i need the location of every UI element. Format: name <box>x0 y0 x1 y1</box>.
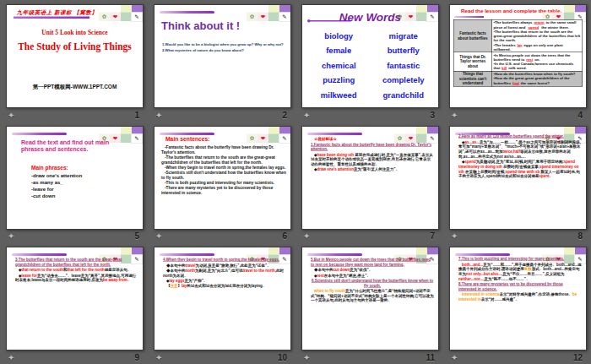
slide-cell-2: ✿❤✎ Think about it ! 1.Would you like to… <box>148 0 296 122</box>
slide-5-thumbnail[interactable]: ✿❤✎ Read the text and find out main phra… <box>6 126 144 230</box>
decor-tile <box>268 127 279 134</box>
row-content-cell: •How do the butterflies know when to fly… <box>492 71 583 86</box>
word-item: chemical <box>306 61 371 76</box>
slide-3-canvas: ✿❤✎ New Words biology migrate female but… <box>302 5 438 107</box>
slide-cell-7: ✿❤✎ ☆教材解读☆ 1.Fantastic facts about the b… <box>296 122 443 243</box>
unit-title: Unit 5 Look into Science <box>7 29 143 36</box>
slide-number: 10 <box>278 353 287 362</box>
animation-star-icon: ✦ <box>8 353 14 362</box>
notes-body: 4.When they begin to travel north in spr… <box>163 258 286 289</box>
slide-number: 5 <box>134 231 139 241</box>
lesson-title: The Study of Living Things <box>7 41 143 52</box>
decor-tile <box>121 5 132 13</box>
slide-1-header: 九年级英语上 新课标 【冀教】 <box>7 8 107 16</box>
decor-collage: ✿❤✎ <box>98 5 143 22</box>
note-paragraph: 5.But in Mexico,people cut down the tree… <box>311 258 434 268</box>
heart-icon: ❤ <box>258 13 268 22</box>
slide-8-canvas: ✿❤✎ 2.Here as many as 120 million butter… <box>450 127 586 229</box>
slide-4-thumbnail[interactable]: Read the lesson and complete the table. … <box>449 4 587 108</box>
note-paragraph: ◆rest在本句中意为“栖息,停止”。 <box>311 274 434 279</box>
animation-star-icon: ✦ <box>155 353 162 362</box>
decor-purple-bar <box>454 16 484 18</box>
decor-collage: ✿❤✎ <box>246 5 290 22</box>
note-paragraph: ◆have been doing sth 是现在完成进行时,意为“一直在做某事”… <box>311 152 434 166</box>
notes-body: 3.The butterflies that return to the sou… <box>15 258 138 283</box>
flower-icon: ✿ <box>247 133 258 143</box>
note-paragraph: ◆本句中的north为副词,意为“向北方”,也可说travel to the n… <box>163 269 286 279</box>
note-paragraph: interested in science表示“对科学感兴趣的”,作定语,修饰t… <box>458 292 582 302</box>
note-paragraph: ◆lay eggs意为“产卵”。 <box>163 279 286 284</box>
slide-cell-10: ✿❤✎ 4.When they begin to travel north in… <box>148 242 296 364</box>
note-paragraph: 2.Here as many as 120 million butterflie… <box>458 134 582 139</box>
animation-star-icon: ✦ <box>303 353 310 362</box>
slide-11-thumbnail[interactable]: ✿❤✎ 5.But in Mexico,people cut down the … <box>301 247 439 350</box>
slide-9-canvas: ✿❤✎ 3.The butterflies that return to the… <box>7 247 143 350</box>
row-header-cell: Fantastic facts about butterflies <box>453 19 492 52</box>
note-paragraph: ◆as...as...意为“与……一样……”,两个as之间可加形容词或副词的原级… <box>458 139 582 159</box>
slide-5-canvas: ✿❤✎ Read the text and find out main phra… <box>7 127 143 229</box>
note-paragraph: ◆本句中的travel为动词,原意是“旅游,旅行”,此处意为“迁徙”。 <box>163 263 286 269</box>
flower-icon: ✿ <box>247 13 258 22</box>
slide-12-thumbnail[interactable]: ✿❤✎ 7.This is both puzzling and interest… <box>449 247 587 350</box>
slide-9-thumbnail[interactable]: ✿❤✎ 3.The butterflies that return to the… <box>6 247 144 350</box>
animation-star-icon: ✦ <box>451 231 458 241</box>
slide-1-thumbnail[interactable]: 九年级英语上 新课标 【冀教】 ✿❤✎ Unit 5 Look into Sci… <box>6 4 144 108</box>
decor-tile <box>121 127 132 134</box>
heart-icon: ❤ <box>110 13 121 22</box>
decor-tile <box>575 5 586 13</box>
pen-icon: ✎ <box>131 13 143 23</box>
table-row: Things that Dr. Taylor worries about •In… <box>453 52 583 72</box>
slide-8-thumbnail[interactable]: ✿❤✎ 2.Here as many as 120 million butter… <box>449 126 587 230</box>
slide-7-thumbnail[interactable]: ✿❤✎ ☆教材解读☆ 1.Fantastic facts about the b… <box>301 126 439 230</box>
animation-star-icon: ✦ <box>303 111 310 120</box>
slide-6-canvas: ✿❤✎ Main sentences: -Fantastic facts abo… <box>155 127 290 229</box>
decor-purple-bar <box>455 253 510 256</box>
word-item: biology <box>306 31 371 46</box>
animation-star-icon: ✦ <box>155 231 162 241</box>
decor-tile <box>427 127 438 134</box>
new-words-list: biology migrate female butterfly chemica… <box>306 31 436 106</box>
decor-tile <box>416 127 427 134</box>
slide-2-thumbnail[interactable]: ✿❤✎ Think about it ! 1.Would you like to… <box>154 4 291 108</box>
decor-tile <box>279 5 290 13</box>
slide-number: 7 <box>430 231 435 241</box>
flower-icon: ✿ <box>99 13 110 22</box>
slide-6-thumbnail[interactable]: ✿❤✎ Main sentences: -Fantastic facts abo… <box>154 126 291 230</box>
notes-body: 5.But in Mexico,people cut down the tree… <box>311 258 434 303</box>
slide-number: 12 <box>573 353 583 362</box>
pen-icon: ✎ <box>279 13 290 23</box>
animation-star-icon: ✦ <box>451 353 458 362</box>
row-content-cell: •The butterflies alwaysreturnto the same… <box>492 19 583 52</box>
decor-purple-bar <box>307 253 362 256</box>
slide-number: 4 <box>577 111 583 120</box>
slide-cell-6: ✿❤✎ Main sentences: -Fantastic facts abo… <box>148 122 296 243</box>
note-paragraph: ◆spend为及物动词,意为“度过,花(钱,时间)”,常用于固定结构:spend… <box>458 159 582 178</box>
row-header-cell: Things that scientists can't understand <box>453 71 492 86</box>
row-header-cell: Things that Dr. Taylor worries about <box>453 52 492 72</box>
slide-number: 1 <box>134 111 139 120</box>
slide-number: 3 <box>430 111 435 120</box>
sentence-item: -When they begin to travel north in spri… <box>161 165 286 170</box>
slide-4-canvas: Read the lesson and complete the table. … <box>450 5 586 107</box>
note-paragraph: 8.There are many mysteries yet to be dis… <box>458 282 582 292</box>
slide-10-thumbnail[interactable]: ✿❤✎ 4.When they begin to travel north in… <box>154 247 291 350</box>
slide-10-canvas: ✿❤✎ 4.When they begin to travel north in… <box>155 247 290 350</box>
section-label: Main sentences: <box>165 136 210 143</box>
phrase-list: -draw one's attention -as many as_ -leav… <box>31 172 82 199</box>
slide-number: 11 <box>426 353 435 362</box>
animation-star-icon: ✦ <box>451 111 458 120</box>
slide-cell-9: ✿❤✎ 3.The butterflies that return to the… <box>0 242 148 364</box>
slide-3-thumbnail[interactable]: ✿❤✎ New Words biology migrate female but… <box>301 4 439 108</box>
slide-7-canvas: ✿❤✎ ☆教材解读☆ 1.Fantastic facts about the b… <box>302 127 438 229</box>
phrase-item: -as many as_ <box>31 179 82 186</box>
question-item: 2.What mysteries of nature do you know a… <box>162 48 285 53</box>
row-content-cell: •In Mexico,people cut down the trees tha… <box>492 52 583 72</box>
sentence-list: -Fantastic facts about the butterfly hav… <box>161 144 286 196</box>
section-label: Main phrases: <box>31 165 68 171</box>
decor-purple-bar <box>160 133 214 135</box>
section-tag: ☆教材解读☆ <box>311 137 434 142</box>
decor-purple-bar <box>307 133 362 135</box>
notes-body: 7.This is both puzzling and interesting … <box>458 257 582 302</box>
table-row: Things that scientists can't understand … <box>453 71 583 86</box>
question-list: 1.Would you like to be a biologist when … <box>162 42 285 54</box>
